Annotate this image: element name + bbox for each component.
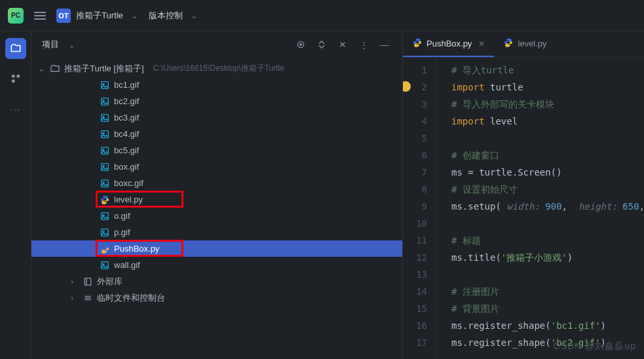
svg-rect-11 bbox=[102, 130, 109, 138]
svg-rect-15 bbox=[102, 163, 109, 170]
file-name: boxc.gif bbox=[114, 178, 143, 188]
editor-tab[interactable]: PushBox.py✕ bbox=[403, 31, 494, 57]
project-badge-icon: OT bbox=[56, 9, 71, 23]
collapse-all-button[interactable] bbox=[335, 37, 350, 52]
svg-rect-5 bbox=[102, 81, 109, 88]
svg-rect-21 bbox=[102, 229, 109, 236]
image-file-icon bbox=[100, 96, 110, 107]
file-name: PushBox.py bbox=[114, 244, 159, 254]
svg-point-18 bbox=[103, 181, 104, 183]
file-node[interactable]: boxc.gif bbox=[31, 175, 402, 191]
file-node[interactable]: bc2.gif bbox=[31, 93, 402, 109]
code-content[interactable]: # 导入turtleimport turtle# 导入外部写的关卡模块impor… bbox=[437, 58, 644, 359]
svg-rect-17 bbox=[102, 180, 109, 187]
file-node[interactable]: level.py bbox=[31, 191, 402, 208]
file-node[interactable]: bc3.gif bbox=[31, 109, 402, 126]
file-node[interactable]: bc1.gif bbox=[31, 77, 402, 93]
svg-point-22 bbox=[103, 231, 104, 232]
file-name: bc5.gif bbox=[114, 145, 139, 155]
svg-point-8 bbox=[103, 100, 104, 101]
file-name: bc4.gif bbox=[114, 129, 139, 139]
image-file-icon bbox=[100, 260, 110, 271]
project-crumb[interactable]: OT 推箱子Turtle ⌄ bbox=[56, 9, 138, 23]
scratches-node[interactable]: › 临时文件和控制台 bbox=[31, 290, 402, 306]
project-tree[interactable]: ⌄ 推箱子Turtle [推箱子] C:\Users\16615\Desktop… bbox=[31, 58, 402, 359]
file-name: bc3.gif bbox=[114, 113, 139, 123]
svg-point-10 bbox=[103, 116, 104, 117]
file-name: box.gif bbox=[114, 162, 139, 172]
project-panel: 项目 ⌄ ⋮ — ⌄ 推箱子Turtle [推箱子] C:\Users\1661… bbox=[31, 31, 403, 359]
file-node[interactable]: box.gif bbox=[31, 159, 402, 175]
main-menu-button[interactable] bbox=[34, 12, 46, 20]
panel-options-button[interactable]: ⋮ bbox=[356, 37, 371, 52]
tab-label: PushBox.py bbox=[426, 39, 472, 48]
external-libraries-node[interactable]: › 外部库 bbox=[31, 273, 402, 290]
python-file-icon bbox=[100, 195, 110, 205]
svg-rect-9 bbox=[102, 114, 109, 121]
file-node[interactable]: PushBox.py bbox=[31, 240, 402, 257]
intention-bulb-icon[interactable] bbox=[403, 81, 411, 92]
svg-rect-7 bbox=[102, 98, 109, 105]
scratch-icon bbox=[83, 293, 93, 303]
more-tool-button[interactable]: ··· bbox=[5, 98, 26, 119]
tool-window-bar: ··· bbox=[0, 31, 31, 359]
file-node[interactable]: bc5.gif bbox=[31, 142, 402, 159]
project-tool-button[interactable] bbox=[5, 38, 26, 59]
tree-label: 临时文件和控制台 bbox=[97, 292, 165, 304]
expand-all-button[interactable] bbox=[314, 37, 329, 52]
svg-point-16 bbox=[103, 165, 104, 166]
svg-rect-23 bbox=[102, 261, 109, 269]
vcs-menu[interactable]: 版本控制 ⌄ bbox=[149, 10, 198, 22]
file-node[interactable]: bc4.gif bbox=[31, 126, 402, 142]
tree-path: C:\Users\16615\Desktop\推箱子Turtle bbox=[153, 63, 284, 74]
folder-icon bbox=[50, 64, 60, 74]
svg-rect-0 bbox=[12, 75, 15, 78]
chevron-right-icon[interactable]: › bbox=[71, 276, 79, 286]
hide-panel-button[interactable]: — bbox=[377, 37, 392, 52]
close-icon[interactable]: ✕ bbox=[478, 39, 485, 48]
code-editor[interactable]: 1234567891011121314151617 # 导入turtleimpo… bbox=[403, 58, 644, 359]
file-name: bc1.gif bbox=[114, 80, 139, 90]
titlebar: PC OT 推箱子Turtle ⌄ 版本控制 ⌄ bbox=[0, 0, 644, 31]
python-file-icon bbox=[100, 244, 110, 254]
file-name: o.gif bbox=[114, 211, 130, 221]
svg-point-4 bbox=[300, 44, 302, 46]
editor-tabs: PushBox.py✕level.py bbox=[403, 31, 644, 58]
chevron-down-icon: ⌄ bbox=[131, 10, 138, 20]
tab-label: level.py bbox=[518, 39, 546, 48]
image-file-icon bbox=[100, 227, 110, 238]
image-file-icon bbox=[100, 211, 110, 221]
panel-title: 项目 bbox=[42, 39, 59, 50]
file-node[interactable]: p.gif bbox=[31, 224, 402, 240]
project-name: 推箱子Turtle bbox=[76, 10, 123, 22]
line-gutter: 1234567891011121314151617 bbox=[403, 58, 437, 359]
file-name: bc2.gif bbox=[114, 96, 139, 106]
project-root-node[interactable]: ⌄ 推箱子Turtle [推箱子] C:\Users\16615\Desktop… bbox=[31, 60, 402, 77]
image-file-icon bbox=[100, 178, 110, 189]
svg-point-14 bbox=[103, 149, 104, 150]
python-file-icon bbox=[503, 37, 514, 50]
svg-point-6 bbox=[103, 83, 104, 85]
file-node[interactable]: o.gif bbox=[31, 208, 402, 224]
image-file-icon bbox=[100, 129, 110, 140]
structure-tool-button[interactable] bbox=[5, 68, 26, 89]
chevron-down-icon[interactable]: ⌄ bbox=[38, 64, 46, 73]
svg-point-12 bbox=[103, 132, 104, 134]
svg-rect-2 bbox=[12, 80, 15, 83]
file-name: p.gif bbox=[114, 227, 130, 237]
editor-area: PushBox.py✕level.py 12345678910111213141… bbox=[403, 31, 644, 359]
chevron-down-icon: ⌄ bbox=[191, 10, 198, 20]
chevron-right-icon[interactable]: › bbox=[71, 293, 79, 303]
select-opened-file-button[interactable] bbox=[294, 37, 308, 52]
pycharm-icon: PC bbox=[8, 8, 24, 24]
image-file-icon bbox=[100, 80, 110, 90]
editor-tab[interactable]: level.py bbox=[494, 31, 556, 57]
image-file-icon bbox=[100, 162, 110, 172]
file-node[interactable]: wall.gif bbox=[31, 257, 402, 273]
image-file-icon bbox=[100, 113, 110, 123]
svg-rect-19 bbox=[102, 212, 109, 219]
tree-label: 外部库 bbox=[97, 276, 123, 288]
svg-rect-13 bbox=[102, 147, 109, 154]
python-file-icon bbox=[412, 37, 423, 50]
chevron-down-icon[interactable]: ⌄ bbox=[68, 40, 75, 50]
